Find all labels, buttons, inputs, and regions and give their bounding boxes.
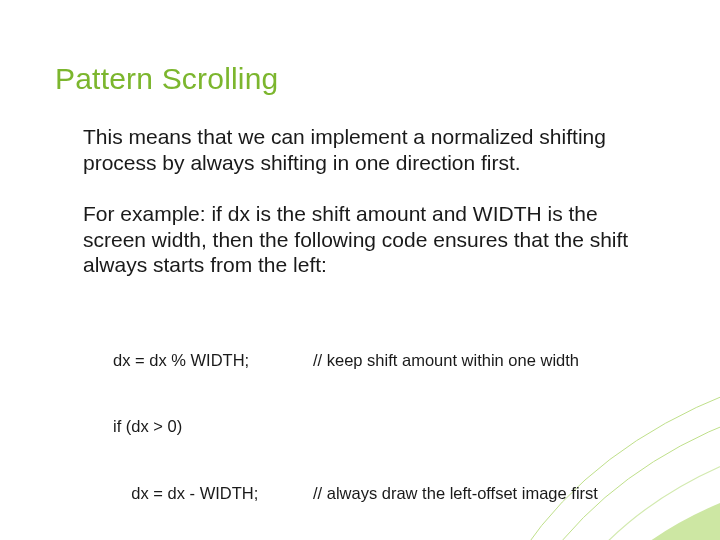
slide-title: Pattern Scrolling [55, 62, 670, 96]
paragraph-2: For example: if dx is the shift amount a… [83, 201, 660, 278]
code-block: dx = dx % WIDTH; // keep shift amount wi… [83, 304, 660, 540]
code-line-3: dx = dx - WIDTH; // always draw the left… [113, 482, 660, 504]
code-line-2: if (dx > 0) [113, 415, 660, 437]
paragraph-1: This means that we can implement a norma… [83, 124, 660, 175]
code-text: dx = dx - WIDTH; [113, 482, 313, 504]
code-text: dx = dx % WIDTH; [113, 349, 313, 371]
code-line-1: dx = dx % WIDTH; // keep shift amount wi… [113, 349, 660, 371]
code-comment: // keep shift amount within one width [313, 349, 660, 371]
slide-container: Pattern Scrolling This means that we can… [0, 0, 720, 540]
slide-body: This means that we can implement a norma… [55, 124, 670, 540]
code-comment [313, 415, 660, 437]
code-text: if (dx > 0) [113, 415, 313, 437]
code-comment: // always draw the left-offset image fir… [313, 482, 660, 504]
